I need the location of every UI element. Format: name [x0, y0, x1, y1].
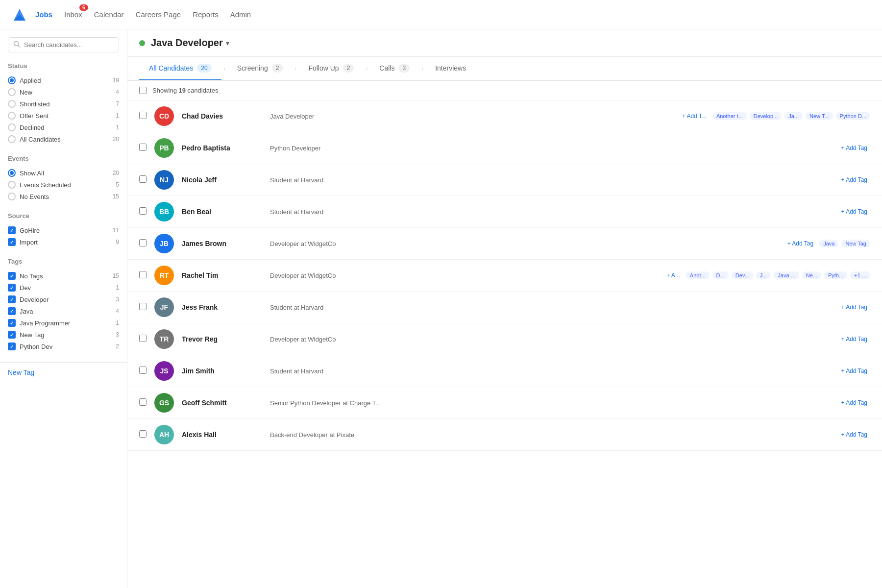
table-row[interactable]: JS Jim Smith Student at Harvard + Add Ta…: [127, 355, 882, 387]
table-row[interactable]: TR Trevor Reg Developer at WidgetCo + Ad…: [127, 323, 882, 355]
row-checkbox-8[interactable]: [139, 367, 147, 374]
tag-chip[interactable]: Dev...: [732, 271, 753, 279]
add-tag-button[interactable]: + Add Tag: [838, 303, 871, 312]
row-checkbox-2[interactable]: [139, 175, 147, 183]
tag-chip[interactable]: Java ...: [774, 271, 799, 279]
candidate-name: Nicola Jeff: [182, 176, 270, 184]
filter-no-tags[interactable]: No Tags 15: [8, 270, 119, 282]
tab-all-candidates[interactable]: All Candidates 20: [139, 57, 221, 81]
candidate-checkbox-1[interactable]: [139, 144, 147, 152]
table-row[interactable]: RT Rachel Tim Developer at WidgetCo + A.…: [127, 260, 882, 292]
row-checkbox-6[interactable]: [139, 303, 147, 310]
nav-inbox[interactable]: Inbox 6: [64, 8, 82, 21]
table-row[interactable]: JB James Brown Developer at WidgetCo + A…: [127, 228, 882, 260]
tab-calls[interactable]: Calls 3: [369, 57, 419, 81]
tag-chip[interactable]: J...: [756, 271, 771, 279]
candidate-checkbox-3[interactable]: [139, 207, 147, 216]
filter-show-all[interactable]: Show All 20: [8, 167, 119, 179]
candidate-role: Back-end Developer at Pixate: [270, 431, 838, 439]
filter-offer-sent[interactable]: Offer Sent 1: [8, 110, 119, 122]
showing-bar: Showing 19 candidates: [127, 81, 882, 100]
add-tag-button[interactable]: + A...: [663, 271, 683, 280]
add-tag-button[interactable]: + Add Tag: [838, 144, 871, 152]
filter-events-scheduled[interactable]: Events Scheduled 5: [8, 179, 119, 191]
filter-gohire[interactable]: GoHire 11: [8, 224, 119, 236]
table-row[interactable]: GS Geoff Schmitt Senior Python Developer…: [127, 387, 882, 419]
row-checkbox-9[interactable]: [139, 398, 147, 406]
row-checkbox-5[interactable]: [139, 271, 147, 278]
filter-tag-python-dev[interactable]: Python Dev 2: [8, 341, 119, 352]
filter-tag-java-programmer[interactable]: Java Programmer 1: [8, 317, 119, 329]
tab-screening[interactable]: Screening 2: [227, 57, 293, 81]
row-checkbox-0[interactable]: [139, 112, 147, 119]
add-tag-button[interactable]: + Add Tag: [838, 367, 871, 375]
tag-chip[interactable]: Pyth...: [824, 271, 847, 279]
row-checkbox-1[interactable]: [139, 144, 147, 151]
nav-careers-page[interactable]: Careers Page: [136, 8, 181, 21]
search-input[interactable]: [24, 41, 114, 49]
tag-chip[interactable]: Develop...: [750, 112, 782, 120]
filter-tag-dev[interactable]: Dev 1: [8, 282, 119, 294]
row-checkbox-3[interactable]: [139, 207, 147, 215]
filter-no-events[interactable]: No Events 15: [8, 191, 119, 202]
candidate-name: Jim Smith: [182, 367, 270, 375]
tag-chip[interactable]: New Tag: [841, 240, 870, 247]
tag-chip[interactable]: Ne...: [802, 271, 821, 279]
table-row[interactable]: PB Pedro Baptista Python Developer + Add…: [127, 132, 882, 164]
table-row[interactable]: JF Jess Frank Student at Harvard + Add T…: [127, 292, 882, 323]
add-tag-button[interactable]: + Add Tag: [838, 430, 871, 439]
candidate-name: James Brown: [182, 240, 270, 247]
job-title-dropdown-icon[interactable]: ▾: [226, 39, 229, 47]
candidate-checkbox-7[interactable]: [139, 335, 147, 343]
filter-tag-java[interactable]: Java 4: [8, 305, 119, 317]
add-tag-button[interactable]: + Add Tag: [838, 175, 871, 184]
add-tag-button[interactable]: + Add Tag: [838, 207, 871, 216]
filter-shortlisted[interactable]: Shortlisted 7: [8, 98, 119, 110]
candidate-checkbox-5[interactable]: [139, 271, 147, 280]
tab-follow-up[interactable]: Follow Up 2: [298, 57, 364, 81]
new-tag-button[interactable]: New Tag: [0, 362, 127, 382]
tag-chip[interactable]: Java: [819, 240, 838, 247]
row-checkbox-7[interactable]: [139, 335, 147, 342]
table-row[interactable]: NJ Nicola Jeff Student at Harvard + Add …: [127, 164, 882, 196]
nav-reports[interactable]: Reports: [193, 8, 219, 21]
tag-chip[interactable]: Another t...: [712, 112, 747, 120]
candidate-checkbox-2[interactable]: [139, 175, 147, 184]
tag-chip[interactable]: New T...: [806, 112, 833, 120]
candidate-role: Developer at WidgetCo: [270, 240, 784, 247]
filter-declined[interactable]: Declined 1: [8, 122, 119, 133]
candidate-checkbox-6[interactable]: [139, 303, 147, 312]
row-checkbox-4[interactable]: [139, 239, 147, 246]
table-row[interactable]: AH Alexis Hall Back-end Developer at Pix…: [127, 419, 882, 451]
filter-applied[interactable]: Applied 19: [8, 74, 119, 86]
add-tag-button[interactable]: + Add Tag: [838, 335, 871, 343]
add-tag-button[interactable]: + Add Tag: [838, 398, 871, 407]
filter-import[interactable]: Import 9: [8, 236, 119, 248]
search-box[interactable]: [8, 37, 119, 52]
tab-interviews[interactable]: Interviews: [425, 57, 476, 80]
tag-chip[interactable]: Python D...: [836, 112, 870, 120]
nav-jobs[interactable]: Jobs: [35, 8, 52, 21]
tag-chip[interactable]: Ja...: [784, 112, 803, 120]
filter-tag-developer[interactable]: Developer 3: [8, 294, 119, 305]
tags-area: + Add Tag JavaNew Tag: [784, 239, 870, 248]
candidate-checkbox-9[interactable]: [139, 398, 147, 407]
add-tag-button[interactable]: + Add Tag: [784, 239, 817, 248]
candidate-checkbox-4[interactable]: [139, 239, 147, 248]
select-all-checkbox[interactable]: [139, 87, 147, 94]
candidate-checkbox-10[interactable]: [139, 430, 147, 439]
nav-calendar[interactable]: Calendar: [94, 8, 124, 21]
tag-chip[interactable]: +1 ...: [850, 271, 870, 279]
candidate-checkbox-8[interactable]: [139, 367, 147, 375]
filter-new[interactable]: New 4: [8, 86, 119, 98]
tag-chip[interactable]: D...: [712, 271, 729, 279]
filter-all-candidates[interactable]: All Candidates 20: [8, 133, 119, 145]
row-checkbox-10[interactable]: [139, 430, 147, 438]
candidate-checkbox-0[interactable]: [139, 112, 147, 121]
add-tag-button[interactable]: + Add T...: [679, 112, 710, 121]
table-row[interactable]: CD Chad Davies Java Developer + Add T...…: [127, 100, 882, 132]
tag-chip[interactable]: Anot...: [686, 271, 710, 279]
nav-admin[interactable]: Admin: [230, 8, 251, 21]
table-row[interactable]: BB Ben Beal Student at Harvard + Add Tag: [127, 196, 882, 228]
filter-tag-new-tag[interactable]: New Tag 3: [8, 329, 119, 341]
